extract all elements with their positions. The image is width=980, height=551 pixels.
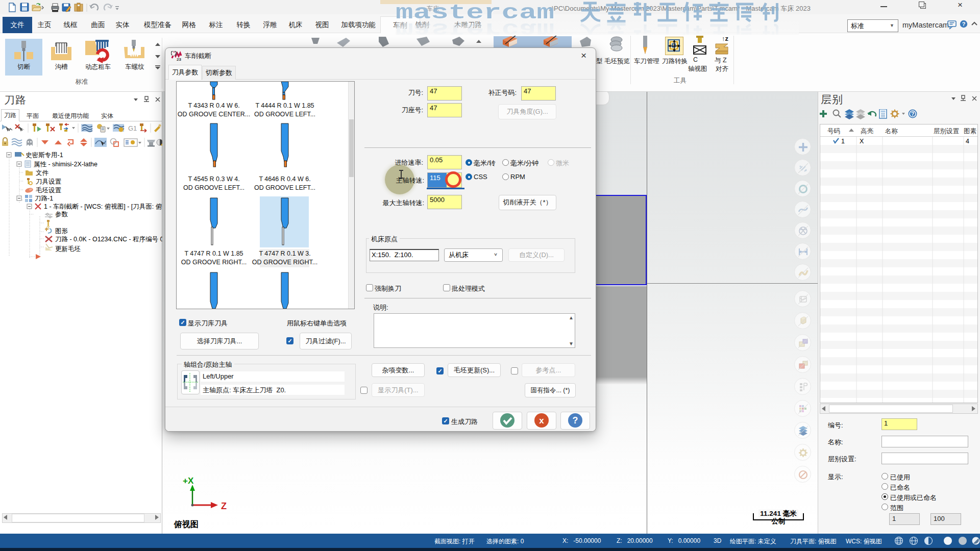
svg-text:+X: +X	[183, 476, 194, 486]
svg-text:?: ?	[962, 21, 966, 27]
svg-text:毛坯设置: 毛坯设置	[36, 187, 62, 194]
svg-text:4: 4	[966, 138, 969, 145]
svg-text:刀路 - 0.0K - O1234.CNC - 程序编号 0: 刀路 - 0.0K - O1234.CNC - 程序编号 0	[55, 236, 162, 243]
svg-text:?: ?	[911, 111, 915, 117]
svg-text:x: x	[539, 416, 544, 425]
svg-text:X: X	[860, 138, 864, 145]
svg-text:G1: G1	[128, 124, 137, 132]
svg-text:↑z: ↑z	[722, 35, 729, 42]
svg-text:刀具设置: 刀具设置	[36, 178, 62, 185]
svg-text:属性 - shimisi-2X-lathe: 属性 - shimisi-2X-lathe	[34, 161, 97, 168]
svg-text:1: 1	[841, 138, 845, 145]
svg-text:参数: 参数	[55, 211, 68, 218]
svg-text:23: 23	[177, 57, 181, 61]
svg-text:史密斯专用-1: 史密斯专用-1	[26, 152, 63, 159]
svg-text:刀路-1: 刀路-1	[35, 195, 53, 202]
svg-text:图形: 图形	[55, 228, 68, 235]
svg-text:1 - 车削截断 - [WCS: 俯视图] - [刀具面:: 1 - 车削截断 - [WCS: 俯视图] - [刀具面: 俯视	[44, 203, 162, 210]
svg-text:?: ?	[573, 415, 578, 425]
svg-text:更新毛坯: 更新毛坯	[55, 245, 81, 253]
svg-text:文件: 文件	[36, 169, 49, 177]
svg-text:Z: Z	[221, 501, 227, 511]
